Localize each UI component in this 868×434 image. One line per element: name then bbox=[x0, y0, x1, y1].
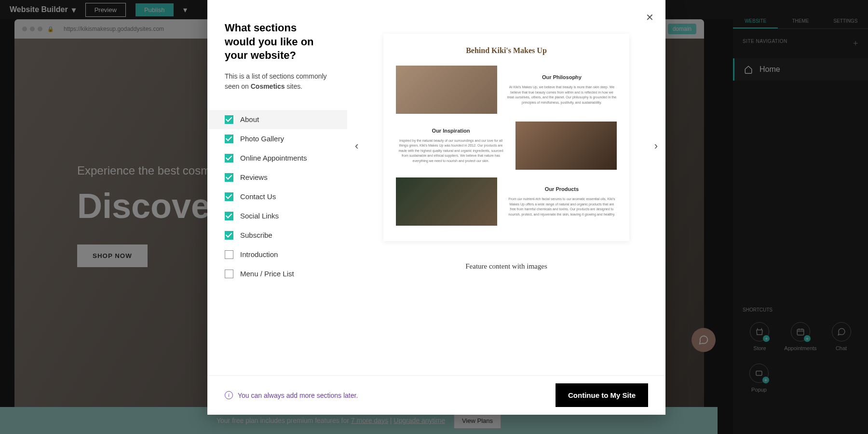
checkbox[interactable] bbox=[225, 192, 233, 201]
info-icon: i bbox=[225, 391, 233, 399]
section-row-menu-price-list[interactable]: Menu / Price List bbox=[207, 264, 347, 284]
section-label: Social Links bbox=[240, 212, 279, 220]
checkbox[interactable] bbox=[225, 154, 233, 163]
checkbox[interactable] bbox=[225, 250, 233, 259]
modal-preview-panel: ‹ › Behind Kiki's Makes Up Our Philosoph… bbox=[347, 0, 665, 375]
section-label: Photo Gallery bbox=[240, 135, 284, 143]
modal-left-panel: What sections would you like on your web… bbox=[207, 0, 347, 375]
sections-modal: ✕ What sections would you like on your w… bbox=[207, 0, 665, 415]
section-row-reviews[interactable]: Reviews bbox=[207, 168, 347, 187]
section-row-subscribe[interactable]: Subscribe bbox=[207, 226, 347, 245]
checkbox[interactable] bbox=[225, 115, 233, 124]
section-label: Online Appointments bbox=[240, 154, 307, 162]
footer-info-text: You can always add more sections later. bbox=[238, 392, 358, 399]
modal-footer: i You can always add more sections later… bbox=[207, 375, 665, 415]
section-row-online-appointments[interactable]: Online Appointments bbox=[207, 149, 347, 168]
section-row-introduction[interactable]: Introduction bbox=[207, 245, 347, 264]
modal-subtitle: This is a list of sections commonly seen… bbox=[225, 71, 330, 92]
section-row-about[interactable]: About bbox=[207, 110, 347, 129]
preview-caption: Feature content with images bbox=[383, 262, 629, 271]
section-label: Introduction bbox=[240, 250, 278, 258]
section-label: Menu / Price List bbox=[240, 270, 294, 278]
checkbox[interactable] bbox=[225, 212, 233, 220]
continue-button[interactable]: Continue to My Site bbox=[556, 383, 648, 407]
checkbox[interactable] bbox=[225, 173, 233, 182]
section-row-social-links[interactable]: Social Links bbox=[207, 206, 347, 226]
section-label: Subscribe bbox=[240, 231, 272, 239]
preview-image bbox=[396, 177, 497, 226]
preview-image bbox=[396, 66, 497, 114]
preview-card: Behind Kiki's Makes Up Our PhilosophyAt … bbox=[383, 34, 629, 241]
checkbox[interactable] bbox=[225, 135, 233, 143]
section-label: About bbox=[240, 115, 259, 123]
section-label: Reviews bbox=[240, 173, 268, 181]
preview-image bbox=[515, 122, 617, 170]
section-label: Contact Us bbox=[240, 192, 276, 201]
section-list: AboutPhoto GalleryOnline AppointmentsRev… bbox=[207, 110, 347, 284]
preview-title: Behind Kiki's Makes Up bbox=[396, 46, 617, 55]
modal-title: What sections would you like on your web… bbox=[225, 21, 330, 63]
chevron-right-icon[interactable]: › bbox=[654, 140, 658, 152]
chevron-left-icon[interactable]: ‹ bbox=[355, 140, 358, 152]
checkbox[interactable] bbox=[225, 270, 233, 278]
section-row-contact-us[interactable]: Contact Us bbox=[207, 187, 347, 206]
section-row-photo-gallery[interactable]: Photo Gallery bbox=[207, 129, 347, 149]
checkbox[interactable] bbox=[225, 231, 233, 240]
